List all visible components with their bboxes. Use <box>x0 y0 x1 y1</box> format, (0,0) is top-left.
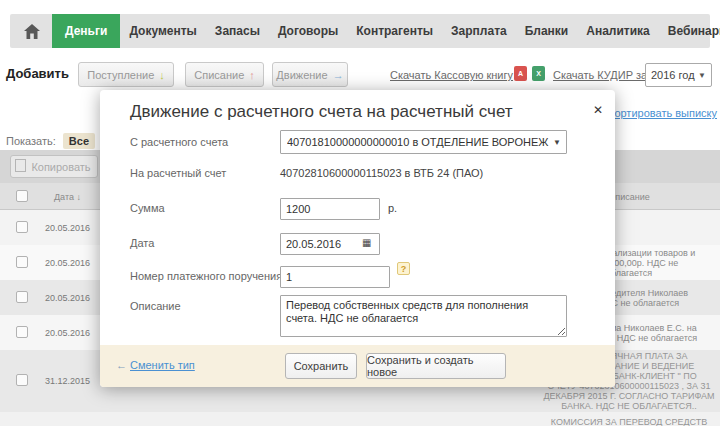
row-date: 20.05.2016 <box>25 293 110 303</box>
transfer-modal: Движение с расчетного счета на расчетный… <box>100 90 615 387</box>
save-button[interactable]: Сохранить <box>285 353 357 379</box>
nav-item-stocks[interactable]: Запасы <box>206 14 269 48</box>
add-transfer-label: Движение <box>276 69 327 81</box>
row-date: 20.05.2016 <box>25 223 110 233</box>
top-navbar: Деньги Документы Запасы Договоры Контраг… <box>10 14 710 48</box>
desc-line: ДЕКАБРЯ 2015 Г. СОГЛАСНО ТАРИФАМ <box>540 391 718 401</box>
arrow-down-icon: ↓ <box>159 69 165 81</box>
download-kudir-link[interactable]: Скачать КУДИР за <box>553 69 647 81</box>
chevron-down-icon: ▼ <box>698 71 706 80</box>
row-date: 20.05.2016 <box>25 258 110 268</box>
year-select-value: 2016 год <box>651 69 695 81</box>
row-date: 20.05.2016 <box>25 328 110 338</box>
arrow-left-icon: ← <box>116 359 127 371</box>
desc-line: БАНКА. НДС НЕ ОБЛАГАЕТСЯ.. <box>540 401 718 411</box>
amount-input[interactable] <box>280 198 380 220</box>
close-icon[interactable]: ✕ <box>593 103 603 117</box>
from-account-value: 40701810000000000010 в ОТДЕЛЕНИЕ ВОРОНЕЖ <box>287 136 549 148</box>
year-select[interactable]: 2016 год ▼ <box>645 63 712 87</box>
desc-line: КОМИССИЯ ЗА ПЕРЕВОД СРЕДСТВ ЧЕРЕЗ <box>540 417 718 426</box>
app-window: Деньги Документы Запасы Договоры Контраг… <box>0 0 720 426</box>
modal-title: Движение с расчетного счета на расчетный… <box>130 102 513 122</box>
to-account-label: На расчетный счет <box>130 167 226 179</box>
pdf-glyph: A <box>518 70 523 77</box>
help-icon[interactable]: ? <box>397 262 410 275</box>
nav-item-salary[interactable]: Зарплата <box>442 14 516 48</box>
excel-file-icon[interactable]: X <box>532 66 545 81</box>
nav-item-webinars[interactable]: Вебинары <box>659 14 720 48</box>
from-account-select[interactable]: 40701810000000000010 в ОТДЕЛЕНИЕ ВОРОНЕЖ… <box>280 130 567 154</box>
add-incoming-label: Поступление <box>87 69 154 81</box>
from-account-label: С расчетного счета <box>130 136 228 148</box>
sort-desc-icon: ↓ <box>76 192 81 202</box>
payment-number-label: Номер платежного поручения <box>130 270 282 282</box>
copy-icon <box>17 161 26 172</box>
column-header-date[interactable]: Дата ↓ <box>25 192 110 202</box>
add-outgoing-button[interactable]: Списание ↑ <box>185 62 264 87</box>
arrow-up-icon: ↑ <box>249 69 255 81</box>
description-label: Описание <box>130 300 181 312</box>
copy-button[interactable]: Копировать <box>10 155 98 178</box>
home-icon <box>24 24 40 39</box>
modal-footer: ←Сменить тип Сохранить Сохранить и созда… <box>100 345 615 387</box>
payment-number-input[interactable] <box>280 266 390 288</box>
nav-item-documents[interactable]: Документы <box>120 14 205 48</box>
add-incoming-button[interactable]: Поступление ↓ <box>78 62 174 87</box>
row-date: 31.12.2015 <box>25 376 110 386</box>
amount-label: Сумма <box>130 202 165 214</box>
copy-button-label: Копировать <box>31 161 90 173</box>
date-label: Дата <box>130 237 154 249</box>
excel-glyph: X <box>536 70 541 77</box>
nav-item-contracts[interactable]: Договоры <box>269 14 347 48</box>
pdf-file-icon[interactable]: A <box>514 66 527 81</box>
nav-item-counterparties[interactable]: Контрагенты <box>347 14 442 48</box>
change-type-link[interactable]: ←Сменить тип <box>116 359 195 371</box>
filter-label: Показать: <box>6 135 56 147</box>
add-outgoing-label: Списание <box>194 69 244 81</box>
row-description: КОМИССИЯ ЗА ПЕРЕВОД СРЕДСТВ ЧЕРЕЗ <box>540 417 718 426</box>
save-and-new-button[interactable]: Сохранить и создать новое <box>366 353 506 379</box>
table-row[interactable]: КОМИССИЯ ЗА ПЕРЕВОД СРЕДСТВ ЧЕРЕЗ <box>0 412 720 426</box>
change-type-label: Сменить тип <box>130 359 195 371</box>
nav-item-forms[interactable]: Бланки <box>516 14 578 48</box>
date-header-label: Дата <box>54 192 74 202</box>
filter-all-chip[interactable]: Все <box>63 133 95 149</box>
add-transfer-button[interactable]: Движение → <box>272 62 348 87</box>
description-textarea[interactable]: Перевод собственных средств для пополнен… <box>280 295 567 337</box>
download-cash-book-link[interactable]: Скачать Кассовую книгу <box>390 69 513 81</box>
nav-item-money[interactable]: Деньги <box>52 14 120 48</box>
amount-suffix: р. <box>388 202 397 214</box>
home-button[interactable] <box>10 14 52 48</box>
filter-row: Показать: Все П <box>6 133 110 149</box>
chevron-down-icon: ▼ <box>553 138 561 147</box>
add-label: Добавить <box>6 66 69 81</box>
arrow-right-icon: → <box>333 69 344 81</box>
to-account-value: 40702810600000115023 в ВТБ 24 (ПАО) <box>280 167 483 179</box>
nav-item-analytics[interactable]: Аналитика <box>577 14 659 48</box>
calendar-icon[interactable]: ▦ <box>362 237 371 248</box>
